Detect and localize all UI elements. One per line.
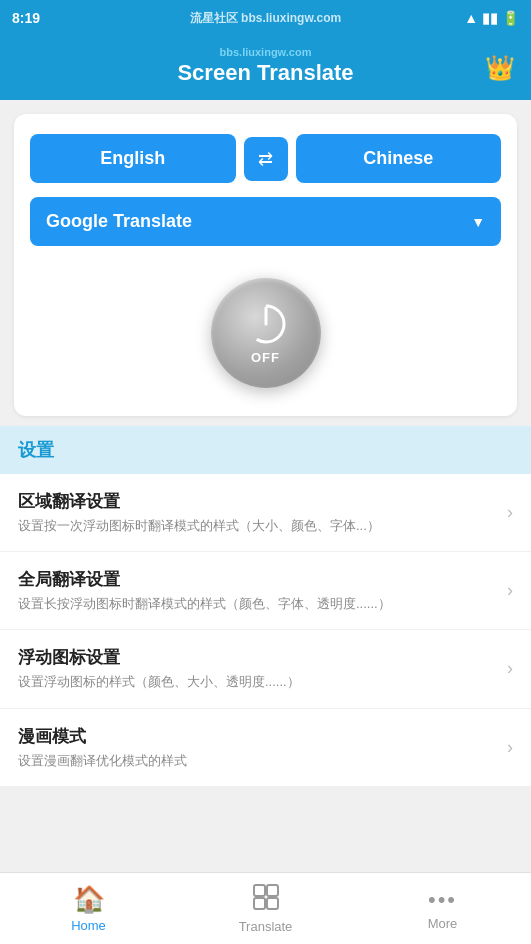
swap-icon: ⇄ [258, 148, 273, 170]
translate-icon [253, 884, 279, 916]
svg-rect-3 [267, 885, 278, 896]
settings-item-manga-content: 漫画模式 设置漫画翻译优化模式的样式 [18, 725, 497, 770]
power-button[interactable]: OFF [211, 278, 321, 388]
bottom-nav: 🏠 Home Translate ••• More [0, 872, 531, 944]
svg-rect-2 [254, 885, 265, 896]
chevron-right-icon: › [507, 580, 513, 601]
settings-item-floating-title: 浮动图标设置 [18, 646, 497, 669]
svg-rect-4 [254, 898, 265, 909]
nav-item-home[interactable]: 🏠 Home [0, 873, 177, 944]
settings-header: 设置 [0, 426, 531, 474]
nav-home-label: Home [71, 918, 106, 933]
signal-icon: ▮▮ [482, 10, 498, 26]
settings-item-global-content: 全局翻译设置 设置长按浮动图标时翻译模式的样式（颜色、字体、透明度......） [18, 568, 497, 613]
settings-list: 区域翻译设置 设置按一次浮动图标时翻译模式的样式（大小、颜色、字体...） › … [0, 474, 531, 787]
settings-item-manga-title: 漫画模式 [18, 725, 497, 748]
power-icon [244, 302, 288, 346]
settings-title: 设置 [18, 440, 54, 460]
app-header: bbs.liuxingw.com Screen Translate 👑 [0, 36, 531, 100]
settings-item-global-title: 全局翻译设置 [18, 568, 497, 591]
app-title: Screen Translate [177, 60, 353, 85]
settings-item-global-desc: 设置长按浮动图标时翻译模式的样式（颜色、字体、透明度......） [18, 595, 497, 613]
settings-item-global[interactable]: 全局翻译设置 设置长按浮动图标时翻译模式的样式（颜色、字体、透明度......）… [0, 552, 531, 630]
translate-card: English ⇄ Chinese Google Translate ▼ OFF [14, 114, 517, 416]
status-time: 8:19 [12, 10, 40, 26]
source-lang-button[interactable]: English [30, 134, 236, 183]
settings-item-region-content: 区域翻译设置 设置按一次浮动图标时翻译模式的样式（大小、颜色、字体...） [18, 490, 497, 535]
translator-engine-selector[interactable]: Google Translate ▼ [30, 197, 501, 246]
settings-item-floating-desc: 设置浮动图标的样式（颜色、大小、透明度......） [18, 673, 497, 691]
more-icon: ••• [428, 887, 457, 913]
chevron-right-icon: › [507, 737, 513, 758]
power-state-label: OFF [251, 350, 280, 365]
target-lang-button[interactable]: Chinese [296, 134, 502, 183]
status-bar: 8:19 流星社区 bbs.liuxingw.com ▲ ▮▮ 🔋 [0, 0, 531, 36]
power-container: OFF [30, 268, 501, 388]
settings-item-region-title: 区域翻译设置 [18, 490, 497, 513]
language-row: English ⇄ Chinese [30, 134, 501, 183]
swap-languages-button[interactable]: ⇄ [244, 137, 288, 181]
main-content: English ⇄ Chinese Google Translate ▼ OFF [0, 100, 531, 876]
chevron-right-icon: › [507, 502, 513, 523]
settings-item-floating[interactable]: 浮动图标设置 设置浮动图标的样式（颜色、大小、透明度......） › [0, 630, 531, 708]
status-icons: ▲ ▮▮ 🔋 [464, 10, 519, 26]
svg-rect-5 [267, 898, 278, 909]
nav-more-label: More [428, 916, 458, 931]
nav-item-translate[interactable]: Translate [177, 873, 354, 944]
wifi-icon: ▲ [464, 10, 478, 26]
settings-item-manga[interactable]: 漫画模式 设置漫画翻译优化模式的样式 › [0, 709, 531, 787]
header-watermark: bbs.liuxingw.com [0, 46, 531, 58]
home-icon: 🏠 [73, 884, 105, 915]
settings-item-floating-content: 浮动图标设置 设置浮动图标的样式（颜色、大小、透明度......） [18, 646, 497, 691]
settings-item-region-desc: 设置按一次浮动图标时翻译模式的样式（大小、颜色、字体...） [18, 517, 497, 535]
battery-icon: 🔋 [502, 10, 519, 26]
status-watermark: 流星社区 bbs.liuxingw.com [190, 10, 342, 27]
nav-translate-label: Translate [239, 919, 293, 934]
settings-item-region[interactable]: 区域翻译设置 设置按一次浮动图标时翻译模式的样式（大小、颜色、字体...） › [0, 474, 531, 552]
crown-icon[interactable]: 👑 [485, 54, 515, 82]
dropdown-arrow-icon: ▼ [471, 214, 485, 230]
translator-engine-label: Google Translate [46, 211, 192, 232]
chevron-right-icon: › [507, 658, 513, 679]
settings-section: 设置 区域翻译设置 设置按一次浮动图标时翻译模式的样式（大小、颜色、字体...）… [0, 426, 531, 787]
nav-item-more[interactable]: ••• More [354, 873, 531, 944]
settings-item-manga-desc: 设置漫画翻译优化模式的样式 [18, 752, 497, 770]
